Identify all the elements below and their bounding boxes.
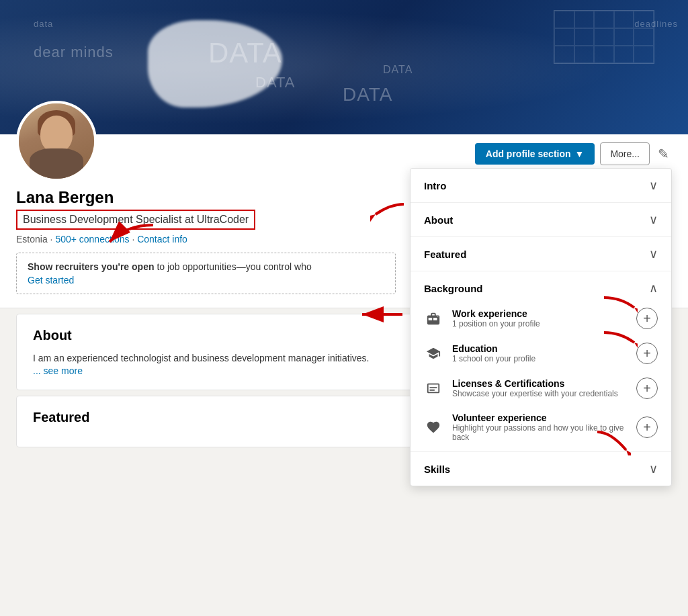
arrow-to-headline-icon <box>359 301 406 328</box>
featured-card: Featured <box>16 396 413 447</box>
profile-name: Lana Bergen <box>16 188 399 207</box>
dropdown-about-row[interactable]: About <box>411 203 671 237</box>
about-card: About I am an experienced technologist a… <box>16 314 413 390</box>
about-label: About <box>424 214 453 226</box>
volunteer-icon <box>424 418 443 437</box>
about-text: I am an experienced technologist and bus… <box>33 351 396 365</box>
add-education-button[interactable]: + <box>636 343 658 364</box>
profile-meta: Estonia · 500+ connections · Contact inf… <box>16 234 399 245</box>
add-work-experience-button[interactable]: + <box>636 308 658 329</box>
see-more-link[interactable]: ... see more <box>33 365 396 376</box>
certificate-icon <box>424 379 443 398</box>
more-button[interactable]: More... <box>600 142 650 165</box>
dropdown-skills-row[interactable]: Skills <box>411 452 671 486</box>
licenses-item: Licenses & Certifications Showcase your … <box>411 371 671 406</box>
background-chevron-icon <box>649 281 658 296</box>
skills-chevron-icon <box>649 461 658 476</box>
location: Estonia <box>16 234 48 245</box>
volunteer-item: Volunteer experience Highlight your pass… <box>411 406 671 451</box>
recruiter-text: Show recruiters you're open to job oppor… <box>28 261 312 272</box>
briefcase-icon <box>424 309 443 328</box>
background-label: Background <box>424 283 483 294</box>
intro-chevron-icon <box>649 178 658 193</box>
avatar-wrapper <box>16 101 97 181</box>
dropdown-intro-row[interactable]: Intro <box>411 169 671 203</box>
avatar <box>16 101 97 181</box>
about-card-title: About <box>33 328 396 343</box>
dropdown-panel: Intro About <box>410 168 672 486</box>
education-item: Education 1 school on your profile + <box>411 336 671 371</box>
arrow-to-education-icon <box>601 329 638 353</box>
recruiter-box: Show recruiters you're open to job oppor… <box>16 253 396 294</box>
featured-card-title: Featured <box>33 410 396 425</box>
add-profile-section-button[interactable]: Add profile section ▼ <box>475 143 595 165</box>
profile-banner: dear minds data deadlines DATA DATA DATA… <box>0 0 688 134</box>
education-icon <box>424 344 443 363</box>
dropdown-featured-row[interactable]: Featured <box>411 237 671 271</box>
featured-label: Featured <box>424 249 466 260</box>
add-volunteer-button[interactable]: + <box>636 416 658 438</box>
left-column: About I am an experienced technologist a… <box>16 314 413 453</box>
intro-label: Intro <box>424 180 446 191</box>
dropdown-arrow-icon: ▼ <box>575 148 585 159</box>
skills-label: Skills <box>424 464 450 475</box>
profile-actions: Add profile section ▼ More... ✎ <box>475 142 672 165</box>
arrow-to-work-icon <box>601 294 638 318</box>
add-licenses-button[interactable]: + <box>636 378 658 399</box>
edit-profile-button[interactable]: ✎ <box>655 143 672 165</box>
featured-chevron-icon <box>649 247 658 261</box>
arrow-to-avatar-icon <box>106 222 160 255</box>
pencil-icon: ✎ <box>658 146 669 161</box>
arrow-to-skills-icon <box>594 429 631 455</box>
profile-section: Lana Bergen Business Development Special… <box>0 134 688 308</box>
get-started-link[interactable]: Get started <box>28 275 384 285</box>
dropdown-background-section: Background Work experience 1 position on… <box>411 271 671 452</box>
arrow-to-about-icon <box>370 197 407 224</box>
licenses-text: Licenses & Certifications Showcase your … <box>452 378 627 398</box>
about-chevron-icon <box>649 212 658 227</box>
